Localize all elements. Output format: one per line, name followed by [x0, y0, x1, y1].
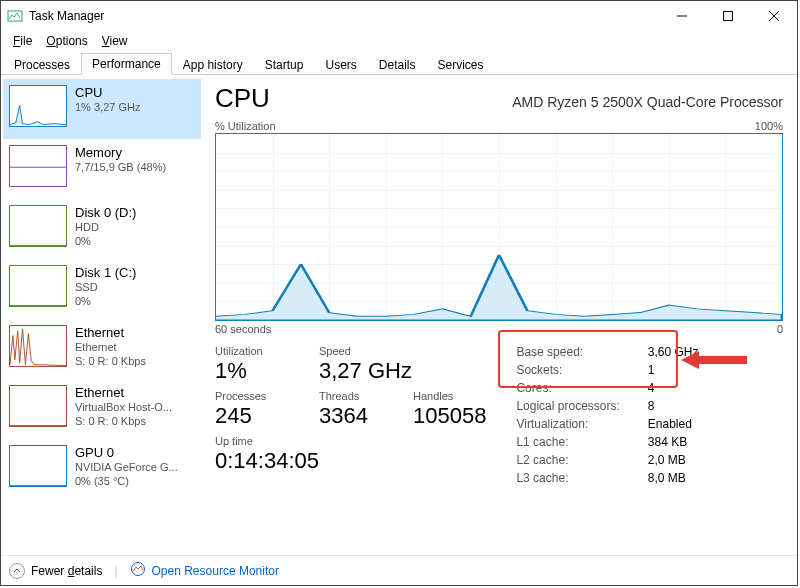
stats-left: Utilization 1% Speed 3,27 GHz Processes … [215, 345, 486, 485]
processor-name: AMD Ryzen 5 2500X Quad-Core Processor [512, 94, 783, 110]
sidebar-item-sub: NVIDIA GeForce G... [75, 461, 178, 475]
chart-top-left-label: % Utilization [215, 120, 276, 132]
chart-bottom-labels: 60 seconds 0 [215, 323, 783, 335]
l1-cache-label: L1 cache: [516, 435, 619, 449]
main-header: CPU AMD Ryzen 5 2500X Quad-Core Processo… [215, 83, 783, 114]
sidebar-item-sub2: 0% [75, 235, 136, 249]
sockets-label: Sockets: [516, 363, 619, 377]
sidebar-item-sub2: S: 0 R: 0 Kbps [75, 355, 146, 369]
sidebar: CPU 1% 3,27 GHz Memory 7,7/15,9 GB (48%) [1, 75, 201, 555]
minimize-button[interactable] [659, 1, 705, 31]
sidebar-item-sub: HDD [75, 221, 136, 235]
body: CPU 1% 3,27 GHz Memory 7,7/15,9 GB (48%) [1, 75, 797, 555]
chevron-up-icon [9, 563, 25, 579]
sidebar-item-gpu0[interactable]: GPU 0 NVIDIA GeForce G... 0% (35 °C) [3, 439, 201, 499]
titlebar: Task Manager [1, 1, 797, 31]
tab-startup[interactable]: Startup [254, 54, 315, 75]
cpu-utilization-chart[interactable] [215, 133, 783, 321]
chart-bottom-left-label: 60 seconds [215, 323, 271, 335]
sidebar-item-label: Disk 1 (C:) [75, 265, 136, 281]
sidebar-item-disk0[interactable]: Disk 0 (D:) HDD 0% [3, 199, 201, 259]
sidebar-item-cpu[interactable]: CPU 1% 3,27 GHz [3, 79, 201, 139]
virtualization-value: Enabled [648, 417, 699, 431]
app-icon [7, 8, 23, 24]
sidebar-item-disk1[interactable]: Disk 1 (C:) SSD 0% [3, 259, 201, 319]
sidebar-item-sub2: 0% [75, 295, 136, 309]
cores-value: 4 [648, 381, 699, 395]
chart-bottom-right-label: 0 [777, 323, 783, 335]
sidebar-item-label: Disk 0 (D:) [75, 205, 136, 221]
sidebar-item-memory[interactable]: Memory 7,7/15,9 GB (48%) [3, 139, 201, 199]
sidebar-item-label: Ethernet [75, 325, 146, 341]
cores-label: Cores: [516, 381, 619, 395]
tab-app-history[interactable]: App history [172, 54, 254, 75]
sidebar-item-ethernet1[interactable]: Ethernet VirtualBox Host-O... S: 0 R: 0 … [3, 379, 201, 439]
threads-label: Threads [319, 390, 389, 402]
speed-label: Speed [319, 345, 412, 357]
uptime-value: 0:14:34:05 [215, 448, 319, 474]
disk0-thumb [9, 205, 67, 247]
task-manager-window: Task Manager File Options View Processes… [0, 0, 798, 586]
page-title: CPU [215, 83, 270, 114]
sidebar-item-label: Ethernet [75, 385, 172, 401]
menu-view[interactable]: View [96, 32, 134, 50]
tab-users[interactable]: Users [314, 54, 367, 75]
window-title: Task Manager [29, 9, 104, 23]
sidebar-item-sub2: S: 0 R: 0 Kbps [75, 415, 172, 429]
bottombar: Fewer details | Open Resource Monitor [1, 555, 797, 585]
tab-details[interactable]: Details [368, 54, 427, 75]
maximize-button[interactable] [705, 1, 751, 31]
l2-cache-value: 2,0 MB [648, 453, 699, 467]
menubar: File Options View [1, 31, 797, 51]
utilization-label: Utilization [215, 345, 295, 357]
chart-top-right-label: 100% [755, 120, 783, 132]
menu-file[interactable]: File [7, 32, 38, 50]
speed-value: 3,27 GHz [319, 358, 412, 384]
eth0-thumb [9, 325, 67, 367]
disk1-thumb [9, 265, 67, 307]
uptime-label: Up time [215, 435, 319, 447]
tab-processes[interactable]: Processes [3, 54, 81, 75]
close-button[interactable] [751, 1, 797, 31]
tab-services[interactable]: Services [427, 54, 495, 75]
open-resource-monitor-link[interactable]: Open Resource Monitor [130, 561, 279, 580]
sidebar-item-sub: 7,7/15,9 GB (48%) [75, 161, 166, 175]
base-speed-value: 3,60 GHz [648, 345, 699, 359]
cpu-thumb [9, 85, 67, 127]
open-resource-monitor-label: Open Resource Monitor [152, 564, 279, 578]
menu-options[interactable]: Options [40, 32, 93, 50]
chart-top-labels: % Utilization 100% [215, 120, 783, 132]
threads-value: 3364 [319, 403, 389, 429]
handles-label: Handles [413, 390, 486, 402]
logical-processors-value: 8 [648, 399, 699, 413]
handles-value: 105058 [413, 403, 486, 429]
utilization-value: 1% [215, 358, 295, 384]
sidebar-item-sub: SSD [75, 281, 136, 295]
logical-processors-label: Logical processors: [516, 399, 619, 413]
fewer-details-button[interactable]: Fewer details [9, 563, 102, 579]
sidebar-item-sub: Ethernet [75, 341, 146, 355]
base-speed-label: Base speed: [516, 345, 619, 359]
svg-rect-2 [724, 12, 733, 21]
l3-cache-value: 8,0 MB [648, 471, 699, 485]
virtualization-label: Virtualization: [516, 417, 619, 431]
l2-cache-label: L2 cache: [516, 453, 619, 467]
separator: | [114, 564, 117, 578]
main-panel: CPU AMD Ryzen 5 2500X Quad-Core Processo… [201, 75, 797, 555]
window-controls [659, 1, 797, 31]
l3-cache-label: L3 cache: [516, 471, 619, 485]
sidebar-item-label: GPU 0 [75, 445, 178, 461]
sidebar-item-sub2: 0% (35 °C) [75, 475, 178, 489]
processes-value: 245 [215, 403, 295, 429]
gpu0-thumb [9, 445, 67, 487]
eth1-thumb [9, 385, 67, 427]
processes-label: Processes [215, 390, 295, 402]
sidebar-item-label: CPU [75, 85, 140, 101]
sidebar-item-sub: VirtualBox Host-O... [75, 401, 172, 415]
sidebar-item-ethernet0[interactable]: Ethernet Ethernet S: 0 R: 0 Kbps [3, 319, 201, 379]
sockets-value: 1 [648, 363, 699, 377]
tab-performance[interactable]: Performance [81, 53, 172, 75]
sidebar-item-sub: 1% 3,27 GHz [75, 101, 140, 115]
l1-cache-value: 384 KB [648, 435, 699, 449]
memory-thumb [9, 145, 67, 187]
